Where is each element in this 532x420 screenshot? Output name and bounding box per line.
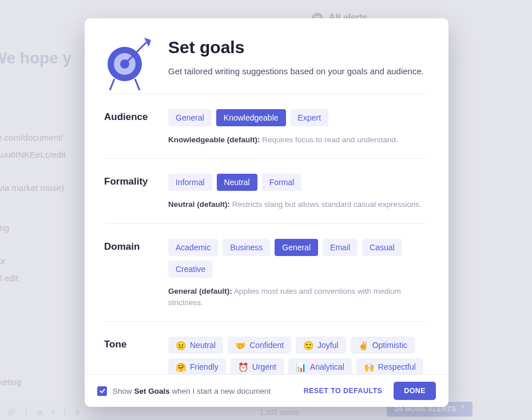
domain-option-email[interactable]: Email <box>323 239 358 256</box>
tone-emoji-icon: 🤝 <box>235 341 246 350</box>
reset-defaults-button[interactable]: RESET TO DEFAULTS <box>298 382 388 399</box>
audience-option-knowledgeable[interactable]: Knowledgeable <box>216 109 286 126</box>
section-tone: Tone 😐Neutral🤝Confident🙂Joyful✌️Optimist… <box>104 321 427 374</box>
tone-option-label: Confident <box>249 341 284 350</box>
tone-option-urgent[interactable]: ⏰Urgent <box>231 358 284 374</box>
section-label-audience: Audience <box>104 109 157 146</box>
tone-emoji-icon: ⏰ <box>238 363 249 371</box>
tone-option-confident[interactable]: 🤝Confident <box>228 337 291 354</box>
formality-options: InformalNeutralFormal <box>168 174 427 191</box>
modal-header: Set goals Get tailored writing suggestio… <box>104 38 427 94</box>
formality-option-neutral[interactable]: Neutral <box>217 174 257 191</box>
modal-title: Set goals <box>168 38 424 57</box>
show-on-new-doc-checkbox[interactable] <box>97 386 107 396</box>
domain-option-business[interactable]: Business <box>223 239 270 256</box>
domain-option-casual[interactable]: Casual <box>362 239 402 256</box>
tone-options: 😐Neutral🤝Confident🙂Joyful✌️Optimistic🤗Fr… <box>168 337 427 374</box>
set-goals-modal: Set goals Get tailored writing suggestio… <box>85 18 448 407</box>
tone-option-label: Urgent <box>252 362 276 371</box>
domain-options: AcademicBusinessGeneralEmailCasualCreati… <box>168 239 427 278</box>
svg-line-4 <box>135 79 140 90</box>
done-button[interactable]: DONE <box>394 382 436 400</box>
tone-option-label: Respectful <box>378 362 416 371</box>
section-label-domain: Domain <box>104 239 157 309</box>
tone-emoji-icon: 📊 <box>296 363 307 371</box>
audience-options: GeneralKnowledgeableExpert <box>168 109 427 126</box>
section-formality: Formality InformalNeutralFormal Neutral … <box>104 158 427 223</box>
modal-footer: Show Set Goals when I start a new docume… <box>85 374 448 407</box>
svg-line-3 <box>110 79 114 90</box>
domain-hint: General (default): Applies most rules an… <box>168 286 427 309</box>
show-on-new-doc-label: Show Set Goals when I start a new docume… <box>113 387 271 395</box>
tone-emoji-icon: 🙌 <box>364 363 375 371</box>
audience-option-expert[interactable]: Expert <box>291 109 328 126</box>
section-audience: Audience GeneralKnowledgeableExpert Know… <box>104 94 427 158</box>
tone-option-label: Neutral <box>190 341 216 350</box>
tone-option-friendly[interactable]: 🤗Friendly <box>168 358 226 374</box>
tone-option-neutral[interactable]: 😐Neutral <box>168 337 223 354</box>
audience-hint: Knowledgeable (default): Requires focus … <box>168 134 427 146</box>
modal-subtitle: Get tailored writing suggestions based o… <box>168 65 424 78</box>
tone-option-label: Optimistic <box>372 341 407 350</box>
section-label-tone: Tone <box>104 337 157 374</box>
target-icon <box>104 38 151 94</box>
tone-emoji-icon: 🤗 <box>176 363 186 371</box>
tone-option-respectful[interactable]: 🙌Respectful <box>356 358 423 374</box>
domain-option-creative[interactable]: Creative <box>168 261 213 278</box>
domain-option-general[interactable]: General <box>275 239 318 256</box>
tone-emoji-icon: ✌️ <box>358 341 369 350</box>
tone-option-label: Friendly <box>190 362 219 371</box>
domain-option-academic[interactable]: Academic <box>168 239 218 256</box>
audience-option-general[interactable]: General <box>168 109 212 126</box>
tone-option-optimistic[interactable]: ✌️Optimistic <box>351 337 415 354</box>
tone-emoji-icon: 🙂 <box>303 341 314 350</box>
formality-hint: Neutral (default): Restricts slang but a… <box>168 199 427 210</box>
tone-option-joyful[interactable]: 🙂Joyful <box>296 337 346 354</box>
tone-option-analytical[interactable]: 📊Analytical <box>288 358 352 374</box>
section-label-formality: Formality <box>104 174 157 210</box>
formality-option-formal[interactable]: Formal <box>262 174 302 191</box>
tone-option-label: Analytical <box>310 362 344 371</box>
formality-option-informal[interactable]: Informal <box>168 174 212 191</box>
tone-emoji-icon: 😐 <box>176 341 186 350</box>
section-domain: Domain AcademicBusinessGeneralEmailCasua… <box>104 223 427 322</box>
tone-option-label: Joyful <box>317 341 339 350</box>
modal-scroll-area[interactable]: Set goals Get tailored writing suggestio… <box>85 18 448 374</box>
